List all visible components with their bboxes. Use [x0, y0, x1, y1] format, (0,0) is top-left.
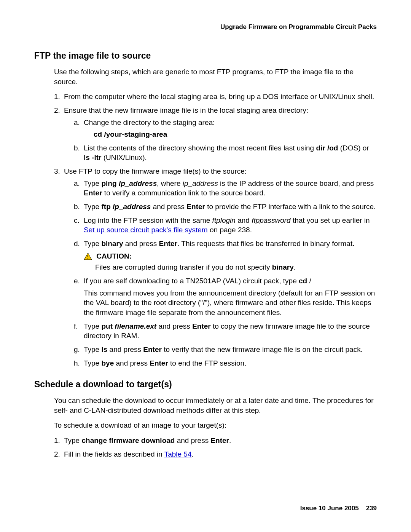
text-fragment: that you set up earlier in: [291, 216, 370, 224]
step-3e-explanation: This command moves you from the announce…: [84, 288, 377, 318]
text-fragment: Type: [84, 179, 101, 187]
caution-icon: [84, 252, 92, 260]
arg-filename: filename.ext: [115, 322, 156, 330]
arg-ip-address: ip_address: [119, 179, 157, 187]
text-fragment: to end the FTP session.: [168, 359, 247, 367]
step-text: From the computer where the local stagin…: [64, 93, 374, 101]
step-3h: h. Type bye and press Enter to end the F…: [74, 358, 377, 368]
key-enter: Enter: [84, 189, 102, 197]
step-text: Change the directory to the staging area…: [84, 118, 215, 126]
key-enter: Enter: [159, 240, 178, 248]
arg-ftppassword: ftppassword: [252, 216, 290, 224]
command-ls: ls -ltr: [84, 153, 101, 161]
list-marker: 2.: [54, 449, 60, 459]
running-header: Upgrade Firmware on Programmable Circuit…: [34, 23, 377, 32]
step-3e: e. If you are self downloading to a TN25…: [74, 276, 377, 318]
command-cd: cd /your-staging-area: [94, 129, 377, 139]
key-enter: Enter: [210, 436, 229, 444]
step3-sublist: a. Type ping ip_address, where ip_addres…: [64, 179, 377, 368]
list-marker: 3.: [54, 166, 60, 176]
step-text: Type binary and press Enter. This reques…: [84, 240, 354, 248]
command-change-firmware: change firmware download: [81, 436, 175, 444]
text-fragment: (UNIX/Linux).: [101, 153, 147, 161]
step-3f: f. Type put filename.ext and press Enter…: [74, 321, 377, 341]
link-setup-source[interactable]: Set up source circuit pack's file system: [84, 226, 208, 234]
text-fragment: Type: [84, 203, 101, 211]
section2-body: You can schedule the download to occur i…: [54, 396, 377, 459]
step-3g: g. Type ls and press Enter to verify tha…: [74, 345, 377, 355]
text-fragment: to verify that the new firmware image fi…: [162, 345, 363, 353]
list-marker: a.: [74, 179, 80, 189]
text-fragment: is the IP address of the source board, a…: [218, 179, 374, 187]
key-enter: Enter: [192, 322, 211, 330]
key-enter: Enter: [150, 359, 168, 367]
arg-ip-address: ip_address: [183, 179, 218, 187]
caution-text: Files are corrupted during transfer if y…: [95, 262, 377, 272]
command-ping: ping: [101, 179, 118, 187]
text-fragment: and press: [175, 436, 210, 444]
text-fragment: Type: [84, 359, 101, 367]
section2-p2: To schedule a download of an image to yo…: [54, 420, 377, 430]
caution-label: CAUTION:: [96, 251, 132, 261]
step-text: Type put filename.ext and press Enter to…: [84, 322, 370, 340]
command-ftp: ftp: [101, 203, 113, 211]
list-marker: 1.: [54, 436, 60, 446]
text-fragment: Fill in the fields as described in: [64, 450, 164, 458]
section-heading-ftp: FTP the image file to source: [34, 50, 377, 62]
svg-rect-1: [88, 255, 88, 257]
text-fragment: .: [192, 450, 194, 458]
text-fragment: and: [236, 216, 252, 224]
list-marker: a.: [74, 118, 80, 128]
list-marker: h.: [74, 358, 80, 368]
step-3c: c. Log into the FTP session with the sam…: [74, 216, 377, 235]
command-binary: binary: [272, 263, 294, 271]
text-fragment: Files are corrupted during transfer if y…: [95, 263, 272, 271]
s2-step-1: 1. Type change firmware download and pre…: [54, 436, 377, 446]
caution-block: CAUTION:: [84, 251, 377, 261]
list-marker: e.: [74, 276, 80, 286]
text-fragment: Type: [84, 240, 101, 248]
footer-page-number: 239: [366, 505, 377, 512]
text-fragment: on page 238.: [208, 226, 252, 234]
page-footer: Issue 10 June 2005 239: [300, 504, 377, 513]
list-marker: b.: [74, 202, 80, 212]
step-2b: b. List the contents of the directory sh…: [74, 143, 377, 163]
step-text: Type ls and press Enter to verify that t…: [84, 345, 363, 353]
step-3a: a. Type ping ip_address, where ip_addres…: [74, 179, 377, 198]
text-fragment: and press: [156, 322, 192, 330]
section-heading-schedule: Schedule a download to target(s): [34, 379, 377, 390]
text-fragment: and press: [114, 359, 150, 367]
command-binary: binary: [101, 240, 123, 248]
page: Upgrade Firmware on Programmable Circuit…: [0, 0, 411, 532]
text-fragment: Type: [64, 436, 81, 444]
command-cd: cd: [299, 277, 307, 285]
step-text: Type ftp ip_address and press Enter to p…: [84, 203, 376, 211]
command-bye: bye: [101, 359, 114, 367]
text-fragment: Log into the FTP session with the same: [84, 216, 212, 224]
text-fragment: /: [307, 277, 311, 285]
footer-issue: Issue 10 June 2005: [300, 505, 359, 512]
section1-body: Use the following steps, which are gener…: [54, 67, 377, 368]
step-text: List the contents of the directory showi…: [84, 144, 369, 162]
text-fragment: . This requests that files be transferre…: [177, 240, 354, 248]
command-put: put: [101, 322, 115, 330]
text-fragment: , where: [157, 179, 183, 187]
text-fragment: and press: [151, 203, 186, 211]
step-3: 3. Use FTP to copy the firmware image fi…: [54, 166, 377, 368]
text-fragment: List the contents of the directory showi…: [84, 144, 316, 152]
step-text: Type bye and press Enter to end the FTP …: [84, 359, 246, 367]
list-marker: c.: [74, 216, 80, 225]
text-fragment: and press: [107, 345, 143, 353]
key-enter: Enter: [143, 345, 162, 353]
step-2a: a. Change the directory to the staging a…: [74, 118, 377, 139]
text-fragment: to provide the FTP interface with a link…: [205, 203, 376, 211]
section2-p1: You can schedule the download to occur i…: [54, 396, 377, 415]
step2-sublist: a. Change the directory to the staging a…: [64, 118, 377, 163]
step-text: Fill in the fields as described in Table…: [64, 450, 194, 458]
link-table-54[interactable]: Table 54: [164, 450, 192, 458]
step-text: If you are self downloading to a TN2501A…: [84, 277, 311, 285]
list-marker: f.: [74, 321, 78, 331]
list-marker: 2.: [54, 105, 60, 115]
section1-intro: Use the following steps, which are gener…: [54, 67, 377, 86]
command-ls: ls: [101, 345, 107, 353]
